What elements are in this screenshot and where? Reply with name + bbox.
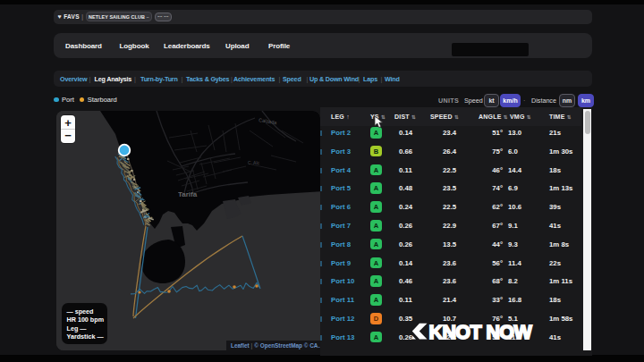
- svg-text:KNOT NOW: KNOT NOW: [429, 322, 533, 343]
- svg-text:Tarifa: Tarifa: [178, 190, 198, 198]
- svg-text:C. Alc: C. Alc: [248, 160, 260, 165]
